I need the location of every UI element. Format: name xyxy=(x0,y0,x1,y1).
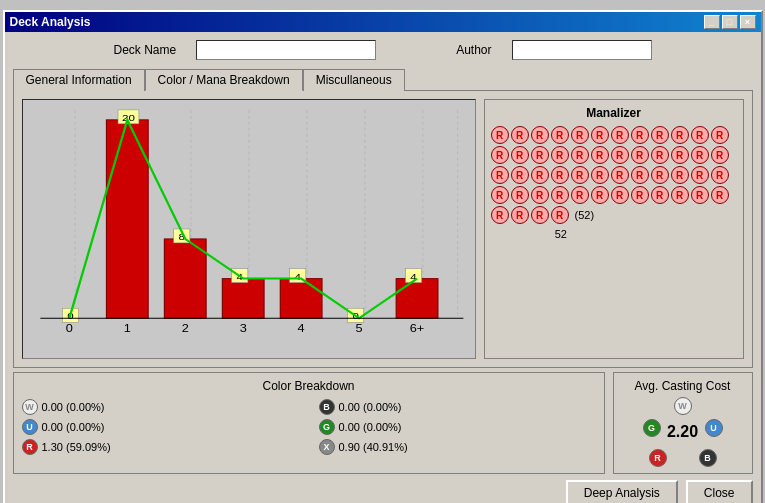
avg-dot-u: U xyxy=(705,419,723,437)
svg-text:0: 0 xyxy=(65,322,73,335)
mana-symbol-r: R xyxy=(651,186,669,204)
tab-general[interactable]: General Information xyxy=(13,69,145,91)
dot-g: G xyxy=(319,419,335,435)
dot-b: B xyxy=(319,399,335,415)
mana-symbol-r: R xyxy=(491,206,509,224)
mana-symbol-r: R xyxy=(571,146,589,164)
mana-symbol-r: R xyxy=(551,126,569,144)
svg-text:6+: 6+ xyxy=(409,322,424,335)
mana-symbol-r: R xyxy=(651,146,669,164)
mana-symbol-r: R xyxy=(691,126,709,144)
mana-symbol-r: R xyxy=(531,206,549,224)
mana-symbol-r: R xyxy=(531,126,549,144)
mana-symbol-r: R xyxy=(531,166,549,184)
deck-name-input[interactable] xyxy=(196,40,376,60)
mana-symbol-r: R xyxy=(511,146,529,164)
svg-text:2: 2 xyxy=(181,322,188,335)
mana-symbol-r: R xyxy=(571,126,589,144)
cb-item-r: R 1.30 (59.09%) xyxy=(22,439,299,455)
mana-symbol-r: R xyxy=(671,186,689,204)
mana-count: 52 xyxy=(491,228,737,240)
mana-symbol-r: R xyxy=(591,126,609,144)
mana-symbol-r: R xyxy=(491,126,509,144)
maximize-button[interactable]: □ xyxy=(722,15,738,29)
svg-text:4: 4 xyxy=(294,270,300,281)
tab-misc[interactable]: Miscullaneous xyxy=(303,69,405,91)
mana-symbol-r: R xyxy=(551,186,569,204)
svg-text:3: 3 xyxy=(239,322,247,335)
title-bar: Deck Analysis _ □ × xyxy=(5,12,761,32)
mana-grid: RRRRRRRRRRRRRRRRRRRRRRRRRRRRRRRRRRRRRRRR… xyxy=(491,126,737,224)
mana-symbol-r: R xyxy=(611,126,629,144)
cb-value-r: 1.30 (59.09%) xyxy=(42,441,111,453)
mana-symbol-r: R xyxy=(511,126,529,144)
bar-2 xyxy=(164,239,206,318)
mana-symbol-r: R xyxy=(551,206,569,224)
color-breakdown: Color Breakdown W 0.00 (0.00%) B 0.00 (0… xyxy=(13,372,605,474)
bar-6 xyxy=(396,279,438,319)
avg-cost-title: Avg. Casting Cost xyxy=(635,379,731,393)
tab-color-mana[interactable]: Color / Mana Breakdown xyxy=(145,69,303,91)
mana-symbol-r: R xyxy=(691,186,709,204)
bottom-section: Color Breakdown W 0.00 (0.00%) B 0.00 (0… xyxy=(13,372,753,474)
bar-chart-svg: 0 20 8 4 4 0 4 xyxy=(23,100,475,358)
deck-name-label: Deck Name xyxy=(113,43,176,57)
footer-row: Deep Analysis Close xyxy=(13,474,753,503)
mana-symbol-r: R xyxy=(611,166,629,184)
mana-symbol-r: R xyxy=(671,146,689,164)
window-title: Deck Analysis xyxy=(10,15,91,29)
cb-item-g: G 0.00 (0.00%) xyxy=(319,419,596,435)
close-button[interactable]: Close xyxy=(686,480,753,503)
mana-symbol-r: R xyxy=(491,146,509,164)
mana-symbol-r: R xyxy=(711,166,729,184)
mana-symbol-r: R xyxy=(691,166,709,184)
mana-symbol-r: R xyxy=(631,126,649,144)
avg-cost-diagram: W U B R G 2.20 xyxy=(643,397,723,467)
cb-item-w: W 0.00 (0.00%) xyxy=(22,399,299,415)
cb-item-b: B 0.00 (0.00%) xyxy=(319,399,596,415)
mana-symbol-r: R xyxy=(611,146,629,164)
bar-4 xyxy=(280,279,322,319)
minimize-button[interactable]: _ xyxy=(704,15,720,29)
avg-dot-r: R xyxy=(649,449,667,467)
dot-x: X xyxy=(319,439,335,455)
bar-3 xyxy=(222,279,264,319)
svg-text:4: 4 xyxy=(297,322,305,335)
mana-symbol-r: R xyxy=(631,146,649,164)
chart-area: 0 20 8 4 4 0 4 xyxy=(22,99,476,359)
cb-item-u: U 0.00 (0.00%) xyxy=(22,419,299,435)
mana-symbol-r: R xyxy=(671,126,689,144)
dot-w: W xyxy=(22,399,38,415)
color-breakdown-grid: W 0.00 (0.00%) B 0.00 (0.00%) U 0.00 (0.… xyxy=(22,399,596,455)
mana-symbol-r: R xyxy=(651,126,669,144)
main-content: 0 20 8 4 4 0 4 xyxy=(13,90,753,368)
deep-analysis-button[interactable]: Deep Analysis xyxy=(566,480,678,503)
mana-symbol-r: R xyxy=(591,166,609,184)
mana-symbol-r: R xyxy=(511,186,529,204)
mana-symbol-r: R xyxy=(711,146,729,164)
mana-symbol-r: R xyxy=(551,166,569,184)
mana-symbol-r: R xyxy=(491,186,509,204)
mana-symbol-r: R xyxy=(671,166,689,184)
mana-symbol-r: R xyxy=(511,166,529,184)
mana-symbol-r: R xyxy=(491,166,509,184)
mana-symbol-r: R xyxy=(571,186,589,204)
cb-value-g: 0.00 (0.00%) xyxy=(339,421,402,433)
mana-symbol-r: R xyxy=(551,146,569,164)
cb-value-b: 0.00 (0.00%) xyxy=(339,401,402,413)
author-label: Author xyxy=(456,43,491,57)
mana-symbol-r: R xyxy=(711,186,729,204)
mana-symbol-r: R xyxy=(611,186,629,204)
cb-value-u: 0.00 (0.00%) xyxy=(42,421,105,433)
author-input[interactable] xyxy=(512,40,652,60)
mana-symbol-r: R xyxy=(591,146,609,164)
manalizer-title: Manalizer xyxy=(491,106,737,120)
mana-symbol-r: R xyxy=(531,146,549,164)
mana-symbol-r: R xyxy=(691,146,709,164)
right-panel: Manalizer RRRRRRRRRRRRRRRRRRRRRRRRRRRRRR… xyxy=(484,99,744,359)
main-window: Deck Analysis _ □ × Deck Name Author Gen… xyxy=(3,10,763,503)
color-breakdown-title: Color Breakdown xyxy=(22,379,596,393)
tab-bar: General Information Color / Mana Breakdo… xyxy=(13,68,753,90)
svg-text:5: 5 xyxy=(355,322,363,335)
close-window-button[interactable]: × xyxy=(740,15,756,29)
